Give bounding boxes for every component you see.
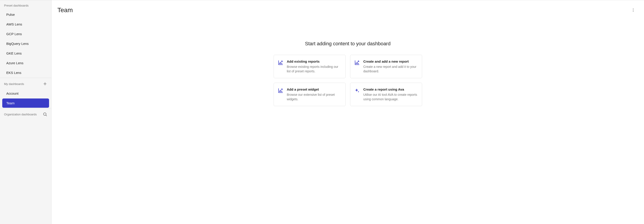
svg-rect-7 xyxy=(279,63,280,64)
svg-point-4 xyxy=(633,9,634,9)
sidebar-item-label: AWS Lens xyxy=(6,22,22,26)
sidebar-item-label: EKS Lens xyxy=(6,71,22,75)
kebab-menu-icon[interactable] xyxy=(630,7,636,13)
svg-rect-18 xyxy=(280,90,281,92)
svg-point-5 xyxy=(633,10,634,11)
sidebar-item-label: Pulse xyxy=(6,13,15,17)
app-root: Preset dashboards Pulse AWS Lens GCP Len… xyxy=(0,0,644,224)
svg-rect-9 xyxy=(282,63,282,64)
search-icon[interactable] xyxy=(43,112,47,117)
svg-line-3 xyxy=(46,115,47,116)
svg-rect-14 xyxy=(358,63,359,64)
card-add-existing-reports[interactable]: Add existing reports Browse existing rep… xyxy=(274,55,346,78)
card-create-report-ava[interactable]: Create a report using Ava Utilise our AI… xyxy=(350,83,422,106)
sparkle-icon xyxy=(354,88,360,93)
sidebar-section-org: Organization dashboards xyxy=(0,108,51,119)
sidebar-section-my: My dashboards Account Team xyxy=(0,78,51,108)
card-body: Add existing reports Browse existing rep… xyxy=(287,60,341,74)
card-title: Create and add a new report xyxy=(364,60,418,63)
sidebar-item-gcp-lens[interactable]: GCP Lens xyxy=(2,29,49,39)
sidebar-item-label: Team xyxy=(6,101,15,105)
svg-rect-13 xyxy=(357,62,358,64)
chart-plus-icon xyxy=(354,60,360,65)
main-header: Team xyxy=(52,0,644,16)
chart-plus-icon xyxy=(278,60,283,65)
sidebar-section-preset: Preset dashboards Pulse AWS Lens GCP Len… xyxy=(0,0,51,78)
sidebar-item-eks-lens[interactable]: EKS Lens xyxy=(2,68,49,77)
page-title: Team xyxy=(58,7,73,14)
svg-rect-19 xyxy=(282,91,282,92)
svg-rect-12 xyxy=(356,63,356,64)
card-body: Create and add a new report Create a new… xyxy=(364,60,418,74)
plus-icon[interactable] xyxy=(43,82,47,86)
sidebar-item-bigquery-lens[interactable]: BigQuery Lens xyxy=(2,39,49,48)
card-desc: Utilise our AI tool AVA to create report… xyxy=(364,93,418,101)
section-label: Organization dashboards xyxy=(4,113,37,116)
sidebar-item-label: BigQuery Lens xyxy=(6,42,28,46)
section-header-my: My dashboards xyxy=(0,80,51,88)
sidebar-item-label: Azure Lens xyxy=(6,61,24,65)
card-title: Add existing reports xyxy=(287,60,341,63)
sidebar-item-pulse[interactable]: Pulse xyxy=(2,10,49,19)
svg-rect-17 xyxy=(279,91,280,92)
svg-rect-8 xyxy=(280,62,281,64)
section-header-preset: Preset dashboards xyxy=(0,3,51,10)
section-label: My dashboards xyxy=(4,82,24,86)
card-grid: Add existing reports Browse existing rep… xyxy=(274,55,422,106)
card-body: Create a report using Ava Utilise our AI… xyxy=(364,87,418,101)
sidebar-item-aws-lens[interactable]: AWS Lens xyxy=(2,20,49,29)
section-header-org: Organization dashboards xyxy=(0,111,51,119)
card-body: Add a preset widget Browse our extensive… xyxy=(287,87,341,101)
sidebar-item-gke-lens[interactable]: GKE Lens xyxy=(2,49,49,58)
sidebar: Preset dashboards Pulse AWS Lens GCP Len… xyxy=(0,0,52,224)
svg-point-6 xyxy=(633,11,634,12)
card-title: Add a preset widget xyxy=(287,87,341,91)
empty-state: Start adding content to your dashboard xyxy=(52,16,644,224)
card-add-preset-widget[interactable]: Add a preset widget Browse our extensive… xyxy=(274,83,346,106)
sidebar-item-label: GCP Lens xyxy=(6,32,22,36)
svg-point-2 xyxy=(44,113,46,115)
sidebar-item-label: Account xyxy=(6,92,18,95)
sidebar-item-azure-lens[interactable]: Azure Lens xyxy=(2,58,49,68)
card-title: Create a report using Ava xyxy=(364,87,418,91)
card-desc: Browse existing reports including our li… xyxy=(287,65,341,74)
section-label: Preset dashboards xyxy=(4,4,28,7)
chart-plus-icon xyxy=(278,88,283,93)
sidebar-item-label: GKE Lens xyxy=(6,51,22,55)
empty-state-title: Start adding content to your dashboard xyxy=(305,41,390,47)
main-content: Team Start adding content to your dashbo… xyxy=(52,0,644,224)
card-create-new-report[interactable]: Create and add a new report Create a new… xyxy=(350,55,422,78)
card-desc: Browse our extensive list of preset widg… xyxy=(287,93,341,101)
card-desc: Create a new report and add it to your d… xyxy=(364,65,418,74)
sidebar-item-team[interactable]: Team xyxy=(2,98,49,108)
sidebar-item-account[interactable]: Account xyxy=(2,89,49,98)
